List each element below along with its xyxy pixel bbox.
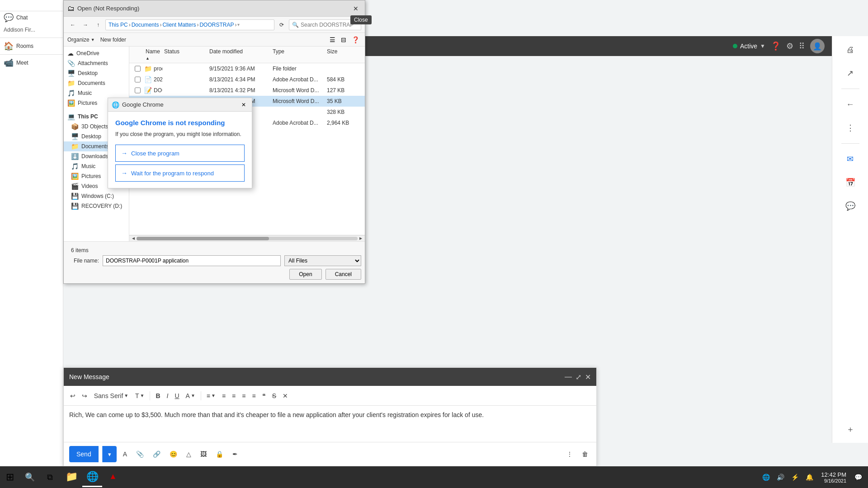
bold-btn[interactable]: B bbox=[153, 389, 163, 403]
send-btn[interactable]: Send bbox=[69, 446, 99, 462]
fd-attachments[interactable]: 📎 Attachments bbox=[64, 58, 129, 68]
lock-icon[interactable]: 🔒 bbox=[213, 447, 226, 461]
mail-icon[interactable]: ✉ bbox=[842, 151, 859, 167]
avatar[interactable]: 👤 bbox=[810, 39, 825, 53]
fd-help-btn[interactable]: ❓ bbox=[350, 35, 361, 44]
text-color-btn[interactable]: A ▼ bbox=[183, 389, 198, 403]
signature-btn[interactable]: ✒ bbox=[230, 447, 241, 461]
sidebar-item-meet[interactable]: 📹 Meet bbox=[0, 56, 63, 69]
row-checkbox[interactable] bbox=[135, 76, 141, 83]
breadcrumb-docs[interactable]: Documents bbox=[132, 22, 159, 28]
taskbar-app-acrobat[interactable]: ▲ bbox=[103, 467, 123, 487]
compose-expand-icon[interactable]: ⤢ bbox=[576, 373, 581, 381]
fd-windows[interactable]: 💾 Windows (C:) bbox=[64, 191, 129, 201]
fd-forward-btn[interactable]: → bbox=[80, 19, 91, 30]
ced-close-program-btn[interactable]: → Close the program bbox=[115, 145, 245, 162]
add-panel-btn[interactable]: ＋ bbox=[842, 421, 859, 437]
send-arrow-btn[interactable]: ▾ bbox=[102, 446, 117, 462]
fd-up-btn[interactable]: ↑ bbox=[93, 19, 104, 30]
fd-view-btn[interactable]: ☰ bbox=[328, 35, 337, 44]
bullet-list-btn[interactable]: ≡ bbox=[229, 389, 238, 403]
fd-search-input[interactable] bbox=[301, 22, 368, 28]
fd-music[interactable]: 🎵 Music bbox=[64, 88, 129, 98]
quote-btn[interactable]: ❝ bbox=[259, 389, 269, 403]
emoji-btn[interactable]: 😊 bbox=[167, 447, 180, 461]
notification-icon[interactable]: 🔔 bbox=[803, 471, 816, 483]
print-icon[interactable]: 🖨 bbox=[842, 42, 859, 58]
align-btn[interactable]: ≡▼ bbox=[204, 389, 218, 403]
scroll-left-btn[interactable]: ◀ bbox=[130, 235, 137, 242]
apps-icon[interactable]: ⠿ bbox=[799, 41, 805, 51]
new-folder-btn[interactable]: New folder bbox=[100, 37, 126, 43]
col-name[interactable]: Name ▲ bbox=[133, 47, 162, 62]
fd-recovery[interactable]: 💾 RECOVERY (D:) bbox=[64, 201, 129, 211]
action-center-icon[interactable]: 💬 bbox=[852, 471, 864, 483]
attach-file-btn[interactable]: 📎 bbox=[133, 447, 146, 461]
search-button[interactable]: 🔍 bbox=[20, 467, 40, 487]
scrollbar-thumb[interactable] bbox=[137, 237, 269, 240]
col-size[interactable]: Size bbox=[325, 47, 361, 62]
italic-btn[interactable]: I bbox=[164, 389, 171, 403]
row-checkbox[interactable] bbox=[135, 87, 141, 94]
taskview-button[interactable]: ⧉ bbox=[40, 467, 60, 487]
font-size-btn[interactable]: T ▼ bbox=[132, 389, 147, 403]
recent-chat[interactable]: Addison Fir... bbox=[0, 24, 63, 36]
compose-close-icon[interactable]: ✕ bbox=[585, 373, 591, 381]
taskbar-clock[interactable]: 12:42 PM 9/16/2021 bbox=[817, 471, 850, 483]
ced-wait-btn[interactable]: → Wait for the program to respond bbox=[115, 164, 245, 182]
fd-refresh-btn[interactable]: ⟳ bbox=[276, 19, 287, 30]
breadcrumb-dropdown[interactable]: ▾ bbox=[237, 22, 240, 27]
start-button[interactable]: ⊞ bbox=[0, 467, 20, 487]
active-status-btn[interactable]: Active ▼ bbox=[733, 42, 765, 50]
volume-icon[interactable]: 🔊 bbox=[774, 471, 787, 483]
battery-icon[interactable]: ⚡ bbox=[788, 471, 801, 483]
organize-btn[interactable]: Organize ▼ bbox=[67, 37, 95, 43]
strikethrough-btn[interactable]: S bbox=[269, 389, 279, 403]
sidebar-item-rooms[interactable]: 🏠 Rooms bbox=[0, 40, 63, 52]
fd-open-btn[interactable]: Open bbox=[289, 269, 321, 280]
breadcrumb-thispc[interactable]: This PC bbox=[108, 22, 128, 28]
indent-left-btn[interactable]: ≡ bbox=[239, 389, 248, 403]
compose-body[interactable]: Rich, We can come up to $3,500. Much mor… bbox=[64, 406, 596, 442]
sidebar-item-chat[interactable]: 💬 Chat bbox=[0, 11, 63, 24]
fd-documents[interactable]: 📁 Documents bbox=[64, 78, 129, 88]
fd-filename-input[interactable] bbox=[103, 255, 281, 266]
fd-filetype-select[interactable]: All Files bbox=[284, 255, 361, 266]
table-row[interactable]: 📁 product info 9/15/2021 9:36 AM File fo… bbox=[129, 63, 365, 74]
col-status[interactable]: Status bbox=[162, 47, 208, 62]
clear-format-btn[interactable]: ✕ bbox=[280, 389, 291, 403]
indent-right-btn[interactable]: ≡ bbox=[249, 389, 258, 403]
table-row[interactable]: 📝 DOORSTRAP-G0001 Engagement Letter 8/13… bbox=[129, 85, 365, 96]
external-link-icon[interactable]: ↗ bbox=[842, 65, 859, 81]
redo-btn[interactable]: ↪ bbox=[79, 389, 90, 403]
ced-close-btn[interactable]: ✕ bbox=[239, 100, 248, 109]
breadcrumb-client[interactable]: Client Matters bbox=[162, 22, 196, 28]
delete-draft-btn[interactable]: 🗑 bbox=[579, 447, 591, 461]
calendar-icon[interactable]: 📅 bbox=[842, 174, 859, 191]
compose-minimize-icon[interactable]: — bbox=[565, 373, 572, 381]
insert-link-btn[interactable]: 🔗 bbox=[150, 447, 163, 461]
table-row[interactable]: 📄 2021.08.13 engagement letter 8/13/2021… bbox=[129, 74, 365, 85]
row-checkbox[interactable] bbox=[135, 66, 141, 72]
scroll-right-btn[interactable]: ▶ bbox=[358, 235, 364, 242]
fd-onedrive[interactable]: ☁ OneDrive bbox=[64, 48, 129, 58]
back-icon[interactable]: ← bbox=[842, 96, 859, 113]
fd-back-btn[interactable]: ← bbox=[67, 19, 78, 30]
dialog-close-btn[interactable]: ✕ bbox=[350, 3, 361, 14]
fd-view-btn2[interactable]: ⊟ bbox=[339, 35, 348, 44]
chat-panel-icon[interactable]: 💬 bbox=[842, 198, 859, 214]
drive-btn[interactable]: △ bbox=[184, 447, 194, 461]
insert-photo-btn[interactable]: 🖼 bbox=[198, 447, 209, 461]
numbered-list-btn[interactable]: ≡ bbox=[219, 389, 228, 403]
undo-btn[interactable]: ↩ bbox=[67, 389, 78, 403]
fd-horizontal-scrollbar[interactable]: ◀ ▶ bbox=[129, 235, 365, 241]
font-family-btn[interactable]: Sans Serif ▼ bbox=[91, 389, 132, 403]
more-options-btn[interactable]: ⋮ bbox=[564, 447, 576, 461]
col-type[interactable]: Type bbox=[271, 47, 325, 62]
scrollbar-track[interactable] bbox=[137, 237, 358, 240]
fd-desktop[interactable]: 🖥️ Desktop bbox=[64, 68, 129, 78]
help-icon[interactable]: ❓ bbox=[771, 41, 781, 51]
fd-search-field[interactable]: 🔍 bbox=[289, 19, 361, 30]
col-date[interactable]: Date modified bbox=[208, 47, 271, 62]
taskbar-app-explorer[interactable]: 📁 bbox=[61, 467, 81, 487]
